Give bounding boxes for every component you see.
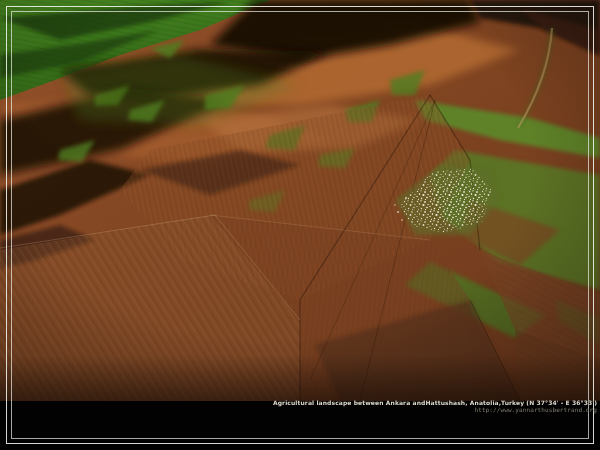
- aerial-photo: [0, 0, 600, 450]
- caption: Agricultural landscape between Ankara an…: [273, 399, 597, 413]
- bottom-fade: [0, 355, 600, 401]
- vignette: [0, 0, 600, 401]
- wallpaper: Agricultural landscape between Ankara an…: [0, 0, 600, 450]
- photo-credit-url: http://www.yannarthusbertrand.org: [273, 406, 597, 413]
- photo-caption: Agricultural landscape between Ankara an…: [273, 399, 597, 406]
